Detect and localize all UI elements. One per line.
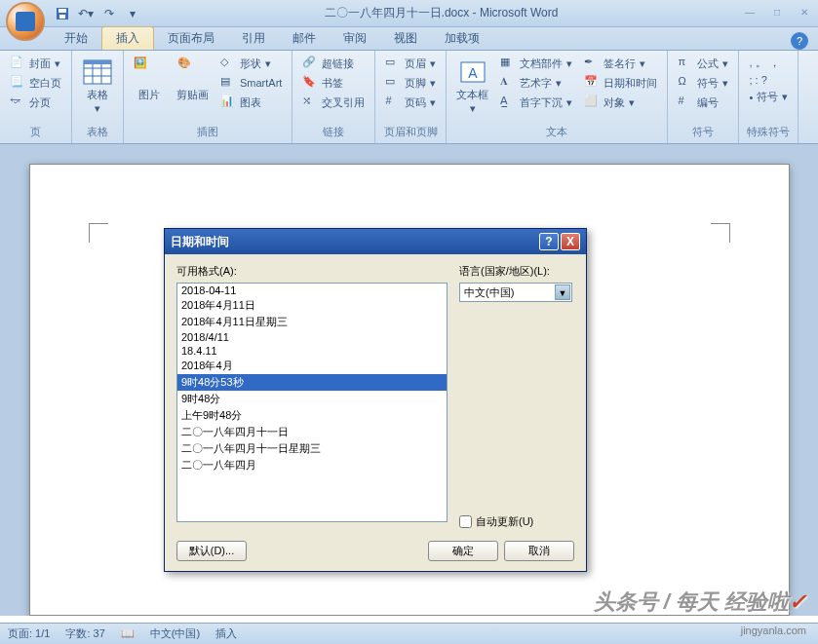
shapes-button[interactable]: ◇形状▾: [216, 55, 286, 72]
object-button[interactable]: ⬜对象▾: [580, 94, 661, 111]
ok-button[interactable]: 确定: [428, 541, 498, 561]
svg-text:A: A: [468, 65, 478, 81]
equation-icon: π: [678, 56, 693, 71]
tab-review[interactable]: 审阅: [330, 27, 380, 50]
hyperlink-icon: 🔗: [302, 56, 318, 71]
format-item[interactable]: 2018-04-11: [177, 284, 447, 297]
dialog-help-button[interactable]: ?: [539, 233, 559, 250]
picture-icon: 🖼️: [134, 57, 165, 88]
close-button[interactable]: ✕: [795, 7, 814, 20]
smartart-button[interactable]: ▤SmartArt: [216, 74, 286, 92]
default-button[interactable]: 默认(D)...: [176, 541, 247, 561]
formats-label: 可用格式(A):: [176, 264, 448, 279]
bookmark-icon: 🔖: [302, 75, 318, 91]
office-button[interactable]: [6, 2, 45, 41]
textbox-button[interactable]: A文本框▾: [452, 55, 492, 117]
footer-icon: ▭: [385, 75, 401, 91]
tab-mailings[interactable]: 邮件: [279, 27, 330, 50]
format-item[interactable]: 2018年4月11日星期三: [177, 314, 447, 330]
svg-rect-2: [59, 15, 65, 19]
pagenum-icon: #: [385, 95, 401, 110]
quickparts-button[interactable]: ▦文档部件▾: [496, 55, 576, 72]
status-lang[interactable]: 中文(中国): [150, 626, 200, 641]
cover-page-button[interactable]: 📄封面▾: [6, 55, 65, 72]
tab-view[interactable]: 视图: [380, 27, 431, 50]
table-button[interactable]: 表格▾: [78, 55, 117, 117]
smartart-icon: ▤: [220, 75, 236, 91]
datetime-dialog: 日期和时间 ? X 可用格式(A): 2018-04-112018年4月11日2…: [164, 228, 587, 572]
qat-more-icon[interactable]: ▾: [123, 4, 142, 23]
format-item[interactable]: 9时48分: [177, 391, 447, 407]
svg-rect-1: [58, 9, 66, 13]
window-title: 二〇一八年四月十一日.docx - Microsoft Word: [142, 5, 740, 21]
auto-update-checkbox[interactable]: [459, 515, 472, 528]
dialog-title: 日期和时间: [171, 234, 537, 250]
undo-icon[interactable]: ↶▾: [76, 4, 96, 23]
format-item[interactable]: 二〇一八年四月十一日: [177, 424, 447, 440]
tab-insert[interactable]: 插入: [101, 26, 154, 50]
clipart-icon: 🎨: [177, 57, 209, 88]
chart-button[interactable]: 📊图表: [216, 94, 286, 111]
dropcap-button[interactable]: A̲首字下沉▾: [496, 94, 576, 111]
pagenum-button[interactable]: #页码▾: [381, 94, 440, 111]
group-tables-label: 表格: [78, 123, 117, 141]
datetime-button[interactable]: 📅日期和时间: [580, 74, 661, 92]
symbol-icon: Ω: [678, 75, 693, 91]
special-row2[interactable]: ; : ?: [745, 73, 792, 87]
watermark-url: jingyanla.com: [741, 625, 806, 636]
status-mode[interactable]: 插入: [215, 626, 237, 641]
picture-button[interactable]: 🖼️图片: [130, 55, 169, 104]
format-item[interactable]: 2018年4月11日: [177, 297, 447, 314]
bookmark-button[interactable]: 🔖书签: [298, 74, 369, 92]
page-break-icon: ⭋: [10, 95, 25, 110]
format-item[interactable]: 2018年4月: [177, 358, 447, 374]
format-item[interactable]: 二〇一八年四月: [177, 457, 447, 474]
format-list[interactable]: 2018-04-112018年4月11日2018年4月11日星期三2018/4/…: [176, 283, 448, 522]
group-symbols-label: 符号: [674, 123, 732, 141]
footer-button[interactable]: ▭页脚▾: [381, 74, 440, 92]
tab-layout[interactable]: 页面布局: [154, 27, 228, 50]
number-button[interactable]: #编号: [674, 94, 732, 111]
header-button[interactable]: ▭页眉▾: [381, 55, 440, 72]
tab-home[interactable]: 开始: [51, 27, 101, 50]
language-select[interactable]: 中文(中国) ▼: [459, 283, 572, 302]
equation-button[interactable]: π公式▾: [674, 55, 732, 72]
shapes-icon: ◇: [220, 56, 236, 71]
special-symbol-button[interactable]: •符号▾: [745, 89, 792, 105]
clipart-button[interactable]: 🎨剪贴画: [173, 55, 213, 104]
crossref-button[interactable]: ⤭交叉引用: [298, 94, 369, 111]
svg-rect-8: [84, 60, 111, 64]
sigline-icon: ✒: [584, 56, 600, 71]
format-item[interactable]: 18.4.11: [177, 344, 447, 358]
cancel-button[interactable]: 取消: [504, 541, 574, 561]
format-item[interactable]: 2018/4/11: [177, 330, 447, 344]
format-item[interactable]: 9时48分53秒: [177, 374, 447, 391]
group-text-label: 文本: [452, 123, 661, 141]
format-item[interactable]: 上午9时48分: [177, 407, 447, 424]
group-illustrations-label: 插图: [130, 123, 286, 141]
group-headerfooter-label: 页眉和页脚: [381, 123, 440, 141]
status-words[interactable]: 字数: 37: [65, 626, 104, 641]
redo-icon[interactable]: ↷: [99, 4, 119, 23]
crossref-icon: ⤭: [302, 95, 318, 110]
maximize-button[interactable]: □: [767, 7, 787, 20]
special-row1[interactable]: , 。 ，: [745, 55, 792, 71]
page-break-button[interactable]: ⭋分页: [6, 94, 65, 111]
save-icon[interactable]: [53, 4, 72, 23]
blank-page-button[interactable]: 📃空白页: [6, 74, 65, 92]
tab-addins[interactable]: 加载项: [431, 27, 493, 50]
status-proof-icon[interactable]: 📖: [121, 627, 135, 640]
wordart-button[interactable]: 𝐀艺术字▾: [496, 74, 576, 92]
object-icon: ⬜: [584, 95, 600, 110]
group-pages-label: 页: [6, 123, 65, 141]
minimize-button[interactable]: —: [740, 7, 760, 20]
sigline-button[interactable]: ✒签名行▾: [580, 55, 661, 72]
status-page[interactable]: 页面: 1/1: [8, 626, 50, 641]
tab-references[interactable]: 引用: [228, 27, 279, 50]
dialog-close-button[interactable]: X: [561, 233, 580, 250]
symbol-button[interactable]: Ω符号▾: [674, 74, 732, 92]
group-special-label: 特殊符号: [745, 123, 792, 141]
hyperlink-button[interactable]: 🔗超链接: [298, 55, 369, 72]
help-button[interactable]: ?: [791, 32, 808, 50]
format-item[interactable]: 二〇一八年四月十一日星期三: [177, 440, 447, 457]
